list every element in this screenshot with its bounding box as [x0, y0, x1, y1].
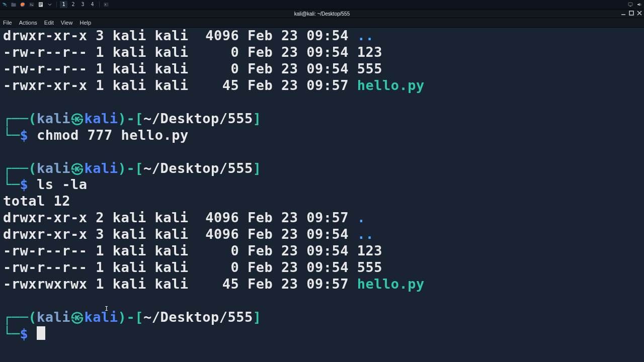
- ls-row: drwxr-xr-x 2 kali kali 4096 Feb 23 09:57…: [3, 210, 641, 226]
- terminal-viewport[interactable]: drwxr-xr-x 3 kali kali 4096 Feb 23 09:54…: [0, 28, 644, 362]
- prompt-line-bottom[interactable]: └─$: [3, 326, 641, 342]
- panel-separator: [99, 2, 100, 8]
- dropdown-icon[interactable]: [46, 1, 53, 8]
- ls-row: -rwxr-xr-x 1 kali kali 45 Feb 23 09:57 h…: [3, 77, 641, 94]
- terminal-icon[interactable]: [28, 1, 35, 8]
- workspace-3[interactable]: 3: [79, 1, 87, 8]
- task-terminal-icon[interactable]: [103, 1, 110, 8]
- files-icon[interactable]: [10, 1, 17, 8]
- volume-icon[interactable]: [636, 1, 643, 8]
- menu-edit[interactable]: Edit: [44, 20, 54, 26]
- text-caret-icon: I: [105, 305, 108, 312]
- editor-icon[interactable]: [37, 1, 44, 8]
- svg-rect-9: [628, 3, 632, 6]
- ls-row: drwxr-xr-x 3 kali kali 4096 Feb 23 09:54…: [3, 226, 641, 243]
- firefox-icon[interactable]: [19, 1, 26, 8]
- svg-rect-6: [39, 4, 42, 5]
- panel-separator: [56, 2, 57, 8]
- svg-rect-3: [30, 3, 34, 7]
- prompt-line-bottom[interactable]: └─$ chmod 777 hello.py: [3, 127, 641, 144]
- svg-rect-10: [630, 6, 631, 7]
- workspace-4[interactable]: 4: [89, 1, 96, 8]
- terminal-menubar: File Actions Edit View Help: [0, 18, 644, 28]
- svg-rect-5: [39, 3, 42, 4]
- ls-row: -rw-r--r-- 1 kali kali 0 Feb 23 09:54 55…: [3, 259, 641, 276]
- prompt-line-top: ┌──(kali㉿kali)-[~/Desktop/555]: [3, 111, 641, 127]
- menu-file[interactable]: File: [3, 20, 12, 26]
- menu-actions[interactable]: Actions: [19, 20, 37, 26]
- menu-view[interactable]: View: [61, 20, 73, 26]
- prompt-line-bottom[interactable]: └─$ ls -la: [3, 176, 641, 193]
- ls-total: total 12: [3, 193, 641, 210]
- ls-row: -rwxrwxrwx 1 kali kali 45 Feb 23 09:57 h…: [3, 276, 641, 293]
- display-icon[interactable]: [627, 1, 634, 8]
- workspace-2[interactable]: 2: [69, 1, 77, 8]
- ls-row: -rw-r--r-- 1 kali kali 0 Feb 23 09:54 12…: [3, 243, 641, 259]
- ls-row: -rw-r--r-- 1 kali kali 0 Feb 23 09:54 55…: [3, 61, 641, 77]
- svg-rect-1: [12, 3, 14, 4]
- terminal-cursor: [37, 326, 45, 340]
- svg-rect-11: [629, 11, 633, 15]
- prompt-line-top: ┌──(kali㉿kali)-[~/Desktop/555]: [3, 160, 641, 177]
- ls-row: -rw-r--r-- 1 kali kali 0 Feb 23 09:54 12…: [3, 44, 641, 61]
- svg-rect-7: [39, 5, 41, 6]
- kali-menu-icon[interactable]: [1, 1, 8, 8]
- window-title: kali@kali: ~/Desktop/555: [0, 11, 644, 17]
- svg-rect-8: [104, 3, 109, 7]
- prompt-line-top: ┌──(kali㉿kali)-[~/Desktop/555]: [3, 309, 641, 326]
- window-titlebar[interactable]: kali@kali: ~/Desktop/555: [0, 10, 644, 18]
- desktop-top-panel: 1 2 3 4: [0, 0, 644, 10]
- workspace-1[interactable]: 1: [60, 1, 67, 8]
- menu-help[interactable]: Help: [79, 20, 91, 26]
- maximize-button[interactable]: [629, 11, 634, 17]
- ls-row: drwxr-xr-x 3 kali kali 4096 Feb 23 09:54…: [3, 28, 641, 44]
- minimize-button[interactable]: [621, 11, 626, 17]
- close-button[interactable]: [637, 11, 642, 17]
